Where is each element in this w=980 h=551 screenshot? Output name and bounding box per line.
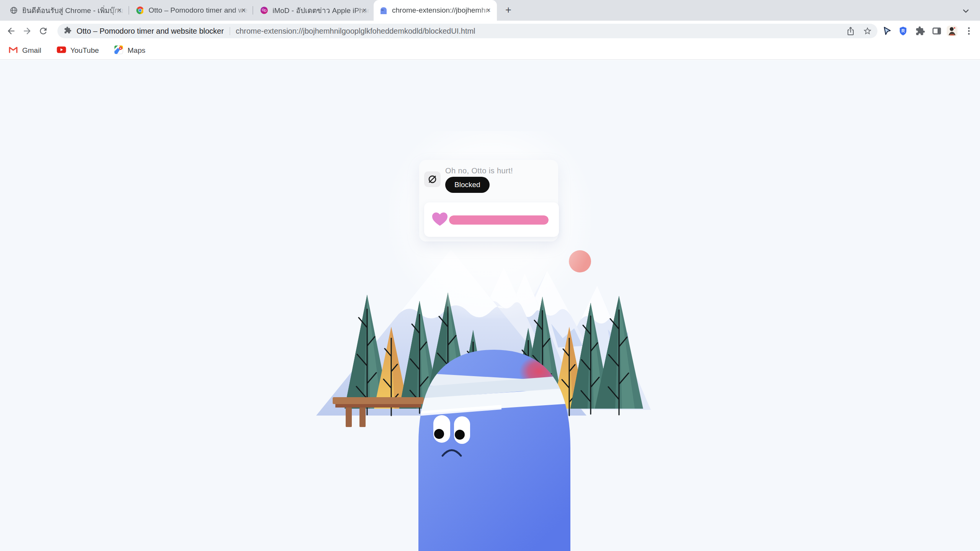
side-panel-icon[interactable] [932, 26, 942, 36]
chrome-logo-icon [136, 7, 144, 14]
blocked-circle-icon [424, 171, 441, 187]
youtube-icon [57, 46, 66, 55]
omnibox-divider [230, 27, 230, 35]
globe-favicon-icon [10, 7, 18, 14]
bookmark-label: Maps [127, 46, 145, 55]
bookmark-star-icon[interactable] [863, 26, 872, 36]
health-panel [424, 202, 559, 237]
bookmark-gmail[interactable]: Gmail [8, 46, 41, 55]
otto-left-eye [433, 415, 450, 443]
extension-puzzle-icon [64, 26, 72, 36]
tab-title: iMoD - อัปเดตข่าว Apple iPhone [273, 5, 373, 16]
omnibox-extension-name: Otto – Pomodoro timer and website blocke… [77, 27, 224, 36]
otto-favicon-icon [380, 7, 387, 14]
svg-text:R: R [902, 28, 905, 34]
browser-window: ยินดีต้อนรับสู่ Chrome - เพิ่มบุ๊กมา ✕ O… [0, 0, 980, 551]
menu-kebab-icon[interactable] [964, 26, 974, 36]
tab-search-chevron-icon[interactable] [962, 7, 970, 15]
toolbar: Otto – Pomodoro timer and website blocke… [0, 21, 980, 41]
otto-left-pupil [434, 429, 444, 439]
tab-otto-webstore[interactable]: Otto – Pomodoro timer and we ✕ [130, 0, 252, 21]
tab-title: ยินดีต้อนรับสู่ Chrome - เพิ่มบุ๊กมา [22, 5, 128, 16]
tab-blocked-page-active[interactable]: chrome-extension://jbojhemhn ✕ [374, 0, 497, 21]
pointer-extension-icon[interactable] [882, 26, 892, 36]
tab-title: Otto – Pomodoro timer and we [149, 6, 252, 15]
reload-icon[interactable] [38, 26, 48, 36]
bookmarks-bar: Gmail YouTube Maps [0, 41, 980, 60]
ronin-wallet-icon[interactable]: R [898, 26, 908, 36]
back-icon[interactable] [6, 26, 16, 36]
tab-welcome-chrome[interactable]: ยินดีต้อนรับสู่ Chrome - เพิ่มบุ๊กมา ✕ [4, 0, 128, 21]
new-tab-button[interactable]: + [503, 5, 514, 16]
close-icon[interactable]: ✕ [361, 7, 368, 14]
forward-icon[interactable] [22, 26, 32, 36]
close-icon[interactable]: ✕ [116, 7, 123, 14]
blocked-page: Oh no, Otto is hurt! Blocked [0, 60, 980, 551]
status-badge: Blocked [445, 177, 490, 193]
extensions-puzzle-icon[interactable] [915, 26, 925, 36]
tab-separator [253, 6, 253, 15]
maps-icon [114, 45, 123, 56]
tab-imod-news[interactable]: iMoD - อัปเดตข่าว Apple iPhone ✕ [254, 0, 373, 21]
bookmark-maps[interactable]: Maps [114, 45, 145, 56]
card-title: Oh no, Otto is hurt! [445, 166, 513, 175]
close-icon[interactable]: ✕ [240, 7, 247, 14]
omnibox[interactable]: Otto – Pomodoro timer and website blocke… [57, 24, 877, 38]
tab-separator [129, 6, 129, 15]
gmail-icon [8, 46, 18, 55]
health-progress-bar [449, 215, 549, 225]
bookmark-youtube[interactable]: YouTube [57, 46, 99, 55]
tab-title: chrome-extension://jbojhemhn [392, 6, 497, 15]
otto-right-eye [454, 416, 470, 444]
otto-character [413, 350, 574, 551]
heart-icon [431, 211, 448, 228]
omnibox-url: chrome-extension://jbojhemhnilgooplglkfo… [236, 27, 475, 36]
health-progress-fill [449, 215, 549, 225]
imod-favicon-icon [260, 7, 268, 14]
otto-right-pupil [455, 430, 465, 440]
close-icon[interactable]: ✕ [485, 7, 492, 14]
blocked-status-card: Oh no, Otto is hurt! Blocked [419, 160, 558, 241]
bookmark-label: YouTube [70, 46, 99, 55]
bookmark-label: Gmail [22, 46, 41, 55]
share-icon[interactable] [846, 26, 855, 36]
tab-strip: ยินดีต้อนรับสู่ Chrome - เพิ่มบุ๊กมา ✕ O… [0, 0, 980, 21]
profile-avatar[interactable] [946, 25, 956, 35]
